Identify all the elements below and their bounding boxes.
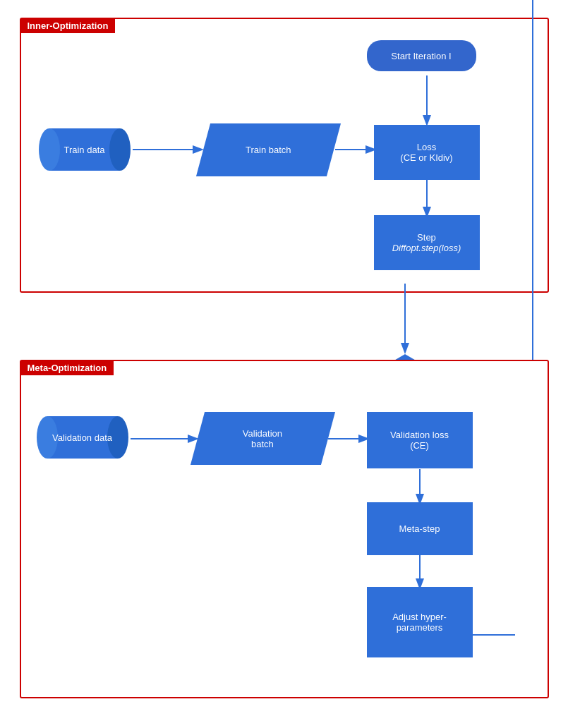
validation-data-cylinder: Validation data <box>37 409 128 466</box>
inner-section-label: Inner-Optimization <box>20 18 116 33</box>
meta-section-label: Meta-Optimization <box>20 360 114 375</box>
validation-loss-label: Validation loss(CE) <box>390 430 449 451</box>
step-box: StepDiffopt.step(loss) <box>374 215 480 270</box>
validation-data-label: Validation data <box>37 432 128 443</box>
train-batch-shape: Train batch <box>203 123 334 176</box>
page: Inner-Optimization T <box>0 0 568 728</box>
validation-batch-shape: Validationbatch <box>198 412 328 465</box>
validation-batch-label: Validationbatch <box>243 428 282 449</box>
inner-optimization-section: Inner-Optimization T <box>20 18 549 293</box>
train-batch-label: Train batch <box>246 145 291 155</box>
loss-box: Loss(CE or KIdiv) <box>374 125 480 180</box>
step-label: StepDiffopt.step(loss) <box>392 232 461 253</box>
train-data-cylinder: Train data <box>39 121 131 178</box>
validation-loss-box: Validation loss(CE) <box>367 412 473 468</box>
start-iteration-label: Start Iteration I <box>391 51 451 61</box>
adjust-hyper-label: Adjust hyper- parameters <box>392 612 447 633</box>
train-data-label: Train data <box>39 145 131 155</box>
meta-step-label: Meta-step <box>399 523 440 534</box>
meta-optimization-section: Meta-Optimization <box>20 360 549 698</box>
meta-step-box: Meta-step <box>367 502 473 555</box>
loss-label: Loss(CE or KIdiv) <box>400 142 452 163</box>
start-iteration-box: Start Iteration I <box>367 40 476 71</box>
diamond-label: I % inner_it=0 ? <box>378 375 433 384</box>
adjust-hyper-box: Adjust hyper- parameters <box>367 587 473 657</box>
